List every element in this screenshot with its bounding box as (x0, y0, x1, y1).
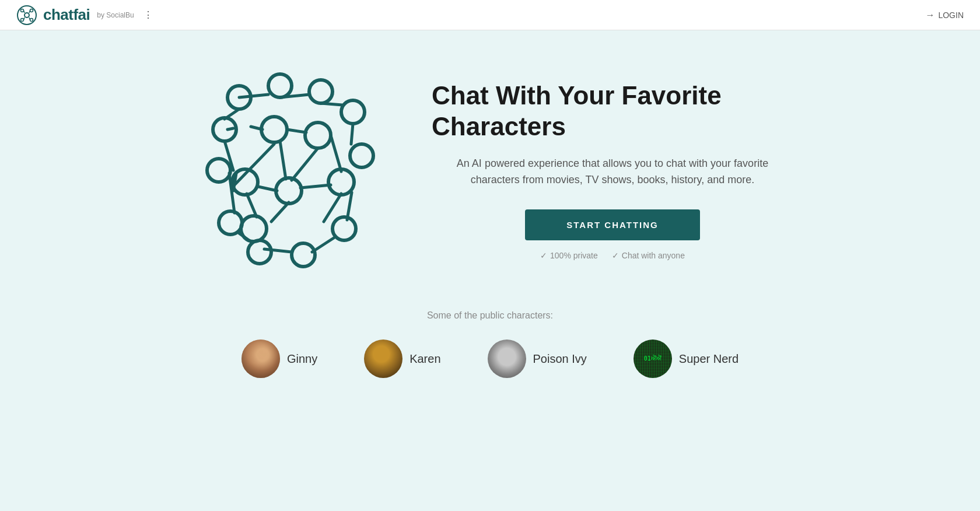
svg-line-37 (347, 192, 352, 220)
svg-point-16 (292, 243, 315, 267)
feature-private: ✓ 100% private (540, 251, 598, 260)
header: chatfai by SocialBu ⋮ → LOGIN (0, 0, 980, 30)
svg-point-23 (328, 169, 354, 195)
character-ginny-name: Ginny (287, 352, 317, 366)
svg-line-44 (280, 141, 286, 179)
svg-point-22 (305, 123, 331, 148)
svg-point-12 (309, 80, 332, 103)
features-row: ✓ 100% private ✓ Chat with anyone (432, 251, 793, 260)
login-link[interactable]: → LOGIN (925, 10, 964, 20)
svg-point-1 (24, 13, 29, 18)
avatar-ginny (242, 340, 280, 378)
svg-line-7 (29, 10, 30, 13)
check-icon-private: ✓ (540, 251, 547, 260)
svg-line-45 (292, 148, 318, 180)
login-label: LOGIN (938, 10, 964, 20)
svg-point-2 (21, 9, 24, 12)
character-ginny[interactable]: Ginny (242, 340, 317, 378)
svg-line-36 (312, 238, 334, 252)
svg-point-3 (30, 9, 33, 12)
hero-subtitle: An AI powered experience that allows you… (432, 155, 793, 189)
characters-row: Ginny Karen Poison Ivy Super Nerd (47, 340, 933, 378)
svg-line-30 (321, 103, 342, 105)
svg-line-43 (235, 144, 274, 185)
svg-line-40 (331, 135, 341, 172)
logo-icon (16, 5, 37, 26)
avatar-karen (364, 340, 402, 378)
svg-point-17 (248, 240, 271, 264)
svg-line-27 (225, 109, 239, 119)
svg-line-35 (264, 249, 292, 252)
character-karen-name: Karen (410, 352, 440, 366)
header-left: chatfai by SocialBu ⋮ (16, 5, 153, 26)
svg-point-18 (219, 211, 242, 235)
main-section: Chat With Your Favorite Characters An AI… (0, 30, 980, 299)
svg-line-31 (351, 124, 353, 144)
check-icon-anyone: ✓ (612, 251, 619, 260)
login-icon: → (925, 10, 935, 20)
share-icon[interactable]: ⋮ (144, 9, 153, 20)
hero-title: Chat With Your Favorite Characters (432, 80, 793, 142)
brain-illustration (187, 65, 385, 275)
right-content: Chat With Your Favorite Characters An AI… (432, 80, 793, 260)
characters-label: Some of the public characters: (47, 310, 933, 321)
brain-svg (195, 65, 376, 275)
svg-line-8 (24, 18, 25, 20)
characters-section: Some of the public characters: Ginny Kar… (0, 299, 980, 413)
svg-line-46 (247, 194, 257, 217)
avatar-super-nerd (634, 340, 672, 378)
svg-line-41 (300, 185, 331, 188)
svg-line-50 (228, 128, 233, 130)
svg-point-14 (350, 144, 373, 167)
character-karen[interactable]: Karen (364, 340, 440, 378)
svg-line-28 (239, 94, 268, 97)
svg-line-39 (287, 130, 306, 132)
svg-point-24 (276, 178, 302, 204)
svg-point-13 (341, 100, 365, 124)
character-super-nerd[interactable]: Super Nerd (634, 340, 738, 378)
svg-point-5 (30, 18, 33, 21)
logo-by: by SocialBu (97, 11, 134, 19)
svg-line-42 (258, 187, 277, 191)
logo-text: chatfai (43, 6, 90, 24)
svg-point-11 (268, 74, 292, 97)
avatar-poison-ivy (488, 340, 526, 378)
svg-point-0 (18, 6, 36, 24)
feature-anyone-label: Chat with anyone (622, 251, 685, 260)
character-super-nerd-name: Super Nerd (679, 352, 738, 366)
svg-line-47 (271, 202, 289, 222)
feature-private-label: 100% private (550, 251, 598, 260)
svg-point-21 (261, 117, 287, 142)
svg-point-4 (21, 18, 24, 21)
svg-point-15 (332, 217, 356, 240)
svg-line-6 (24, 10, 25, 13)
svg-line-9 (29, 18, 30, 20)
character-poison-ivy-name: Poison Ivy (533, 352, 587, 366)
start-chatting-button[interactable]: START CHATTING (525, 209, 700, 240)
character-poison-ivy[interactable]: Poison Ivy (488, 340, 587, 378)
svg-point-19 (207, 159, 230, 182)
feature-anyone: ✓ Chat with anyone (612, 251, 685, 260)
